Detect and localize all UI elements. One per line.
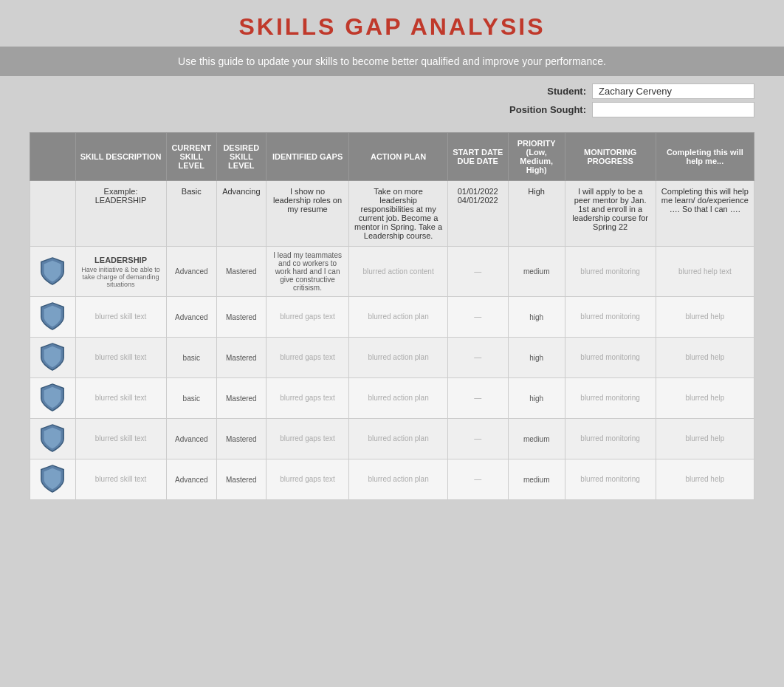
student-label: Student: [547,86,586,97]
skill-subtitle: Have initiative & be able to take charge… [80,266,162,288]
table-row: LEADERSHIP Have initiative & be able to … [30,247,754,297]
monitoring-cell: blurred monitoring [565,459,656,500]
skill-desc-cell: blurred skill text [75,338,166,378]
monitoring-cell: blurred monitoring [565,247,656,297]
shield-icon [39,464,66,493]
th-icon [30,133,76,181]
priority-cell: high [508,378,565,419]
shield-icon [39,301,66,331]
example-gaps: I show no leadership roles on my resume [266,181,349,247]
priority-cell: medium [508,459,565,500]
current-level: Advanced [166,459,216,500]
th-completing-help: Completing this will help me... [656,133,754,181]
example-current: Basic [166,181,216,247]
position-value [592,102,754,117]
desired-level: Mastered [217,378,267,419]
action-plan: blurred action plan [349,419,447,459]
shield-icon [39,342,66,372]
desired-level: Mastered [217,459,267,500]
dates-cell: — [447,338,508,378]
shield-icon [39,423,66,453]
dates-cell: — [447,459,508,500]
action-plan: blurred action plan [349,338,447,378]
top-banner: SKILLS GAP ANALYSIS [0,0,784,47]
subtitle-text: Use this guide to update your skills to … [178,55,606,67]
action-plan: blurred action plan [349,378,447,419]
shield-cell [30,297,76,338]
current-level: basic [166,378,216,419]
desired-level: Mastered [217,419,267,459]
current-level: Advanced [166,297,216,338]
priority-cell: medium [508,247,565,297]
example-help: Completing this will help me learn/ do/e… [656,181,754,247]
th-start-due-date: START DATEDUE DATE [447,133,508,181]
shield-cell [30,378,76,419]
action-plan: blurred action plan [349,459,447,500]
help-cell: blurred help [656,297,754,338]
help-cell: blurred help [656,378,754,419]
student-value: Zachary Cerveny [592,83,754,99]
example-desired: Advancing [217,181,267,247]
action-plan: blurred action content [349,247,447,297]
th-monitoring: MONITORING PROGRESS [565,133,656,181]
table-row: blurred skill text Advanced Mastered blu… [30,459,754,500]
desired-level: Mastered [217,247,267,297]
priority-cell: high [508,338,565,378]
example-action: Take on more leadership responsibilities… [349,181,447,247]
skill-desc-cell: blurred skill text [75,419,166,459]
shield-cell [30,247,76,297]
th-identified-gaps: IDENTIFIED GAPS [266,133,349,181]
shield-cell [30,338,76,378]
dates-cell: — [447,378,508,419]
table-header-row: SKILL DESCRIPTION CURRENTSKILLLEVEL DESI… [30,133,754,181]
shield-cell [30,419,76,459]
example-due-date: 04/01/2022 [458,196,498,205]
table-row: blurred skill text Advanced Mastered blu… [30,297,754,338]
skill-desc-cell: blurred skill text [75,297,166,338]
help-cell: blurred help [656,419,754,459]
current-level: Advanced [166,419,216,459]
th-skill-description: SKILL DESCRIPTION [75,133,166,181]
shield-cell [30,459,76,500]
example-icon-cell [30,181,76,247]
student-info: Student: Zachary Cerveny Position Sought… [0,76,784,125]
example-start-date: 01/01/2022 [458,187,498,196]
desired-level: Mastered [217,338,267,378]
identified-gaps: blurred gaps text [266,297,349,338]
skill-desc-cell: blurred skill text [75,459,166,500]
example-monitoring: I will apply to be a peer mentor by Jan.… [565,181,656,247]
example-skill-title: Example: LEADERSHIP [95,187,147,205]
skill-desc-cell: blurred skill text [75,378,166,419]
dates-cell: — [447,419,508,459]
shield-icon [39,383,66,412]
identified-gaps: blurred gaps text [266,378,349,419]
dates-cell: — [447,297,508,338]
current-level: basic [166,338,216,378]
table-container: SKILL DESCRIPTION CURRENTSKILLLEVEL DESI… [30,132,754,500]
th-current-skill: CURRENTSKILLLEVEL [166,133,216,181]
help-cell: blurred help [656,459,754,500]
action-plan: blurred action plan [349,297,447,338]
help-cell: blurred help text [656,247,754,297]
table-row: blurred skill text basic Mastered blurre… [30,378,754,419]
subtitle-bar: Use this guide to update your skills to … [0,47,784,76]
th-action-plan: ACTION PLAN [349,133,447,181]
monitoring-cell: blurred monitoring [565,338,656,378]
dates-cell: — [447,247,508,297]
th-desired-skill: DESIREDSKILLLEVEL [217,133,267,181]
example-dates: 01/01/2022 04/01/2022 [447,181,508,247]
priority-cell: high [508,297,565,338]
monitoring-cell: blurred monitoring [565,297,656,338]
identified-gaps: I lead my teammates and co workers to wo… [266,247,349,297]
current-level: Advanced [166,247,216,297]
example-row: Example: LEADERSHIP Basic Advancing I sh… [30,181,754,247]
skill-desc-cell: LEADERSHIP Have initiative & be able to … [75,247,166,297]
monitoring-cell: blurred monitoring [565,378,656,419]
example-skill-desc: Example: LEADERSHIP [75,181,166,247]
skill-title: LEADERSHIP [80,256,162,264]
identified-gaps: blurred gaps text [266,419,349,459]
student-row: Student: Zachary Cerveny [547,83,754,99]
desired-level: Mastered [217,297,267,338]
help-cell: blurred help [656,338,754,378]
identified-gaps: blurred gaps text [266,459,349,500]
